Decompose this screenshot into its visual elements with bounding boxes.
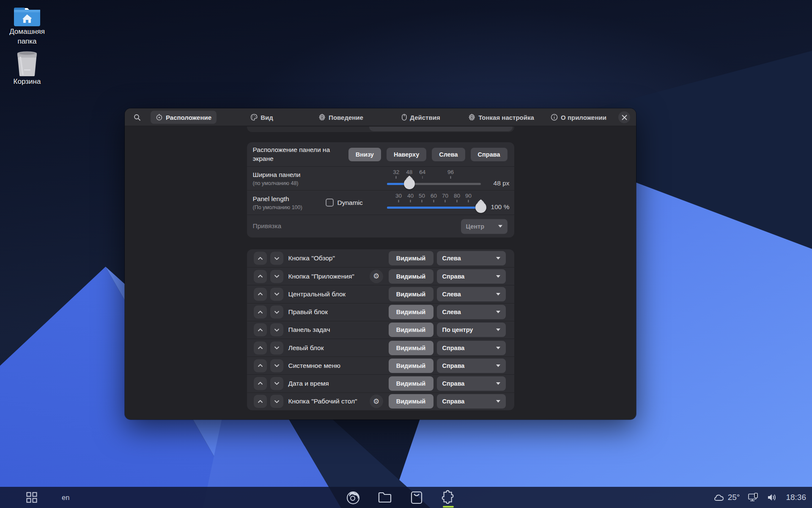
- move-down-button[interactable]: [270, 270, 283, 283]
- slider-tick: 40: [407, 193, 414, 202]
- visible-toggle-button[interactable]: Видимый: [389, 376, 433, 391]
- chevron-up-icon: [258, 328, 263, 331]
- extensions-launcher[interactable]: [437, 487, 460, 508]
- panel-elements-box: Кнопка "Обзор"ВидимыйСлеваКнопка "Прилож…: [247, 249, 514, 410]
- anchor-dropdown[interactable]: Центр: [461, 219, 508, 234]
- move-up-button[interactable]: [254, 287, 267, 301]
- panel-length-label: Panel length (По умолчанию 100): [247, 195, 302, 210]
- desktop-icon-home[interactable]: Домашняя папка: [0, 6, 54, 47]
- element-position-value: Справа: [442, 362, 465, 369]
- element-settings-button[interactable]: ⚙: [370, 395, 383, 408]
- element-position-dropdown[interactable]: Слева: [437, 251, 506, 265]
- element-position-dropdown[interactable]: Справа: [437, 394, 506, 409]
- screen-position-option-button[interactable]: Справа: [471, 148, 508, 161]
- element-position-dropdown[interactable]: Справа: [437, 269, 506, 284]
- panel-element-label: Кнопка "Рабочий стол": [288, 398, 357, 405]
- tab-label: Поведение: [329, 113, 363, 121]
- tab-label: Расположение: [166, 113, 211, 121]
- panel-width-value: 48 px: [494, 179, 510, 187]
- chevron-down-icon: [498, 225, 502, 228]
- element-position-dropdown[interactable]: Справа: [437, 376, 506, 391]
- element-position-dropdown[interactable]: Справа: [437, 341, 506, 355]
- gear-icon: ⚙: [373, 398, 379, 405]
- tab-4[interactable]: Действия: [396, 110, 445, 124]
- volume-indicator[interactable]: [767, 493, 778, 502]
- dynamic-checkbox[interactable]: [326, 199, 334, 207]
- tab-6[interactable]: О приложении: [546, 110, 612, 124]
- slider-track[interactable]: [387, 183, 481, 185]
- move-down-button[interactable]: [270, 377, 283, 390]
- screen-position-option-button[interactable]: Слева: [432, 148, 465, 161]
- move-down-button[interactable]: [270, 359, 283, 372]
- files-launcher[interactable]: [373, 487, 396, 508]
- tab-1[interactable]: Расположение: [151, 110, 217, 124]
- row-anchor: Привязка Центр: [247, 215, 514, 237]
- element-position-value: Справа: [442, 273, 465, 280]
- screen-position-option-button[interactable]: Внизу: [348, 148, 381, 161]
- slider-track[interactable]: [387, 207, 481, 209]
- move-up-button[interactable]: [254, 252, 267, 265]
- software-launcher[interactable]: [405, 487, 428, 508]
- panel-element-row: Кнопка "Приложения"⚙ВидимыйСправа: [247, 267, 514, 285]
- desktop-icon-label: Домашняя папка: [0, 27, 54, 47]
- keyboard-layout-indicator[interactable]: en: [62, 494, 69, 502]
- tab-2[interactable]: Вид: [245, 110, 278, 124]
- slider-handle[interactable]: [404, 178, 415, 189]
- weather-widget[interactable]: 25°: [713, 493, 740, 502]
- weather-temperature: 25°: [728, 493, 740, 502]
- panel-left-box: en: [0, 487, 69, 508]
- move-down-button[interactable]: [270, 341, 283, 354]
- row-panel-width: Ширина панели (по умолчанию 48) 32486496: [247, 166, 514, 190]
- visible-toggle-button[interactable]: Видимый: [389, 394, 433, 409]
- firefox-launcher[interactable]: [342, 487, 365, 508]
- desktop-icon-trash[interactable]: Корзина: [0, 51, 54, 87]
- element-settings-button[interactable]: ⚙: [370, 270, 383, 283]
- move-down-button[interactable]: [270, 395, 283, 408]
- panel-element-label: Правый блок: [288, 308, 328, 316]
- move-up-button[interactable]: [254, 377, 267, 390]
- screen-position-option-button[interactable]: Наверху: [387, 148, 426, 161]
- mouse-icon: [401, 113, 407, 121]
- dash-to-panel-settings-dialog: Расположение Вид Поведение Действия Тонк…: [125, 108, 636, 420]
- tab-3[interactable]: Поведение: [313, 110, 368, 124]
- move-down-button[interactable]: [270, 323, 283, 337]
- scrolled-button-remnant[interactable]: [369, 127, 513, 131]
- visible-toggle-button[interactable]: Видимый: [389, 269, 433, 284]
- tab-label: О приложении: [561, 113, 606, 121]
- move-up-button[interactable]: [254, 395, 267, 408]
- panel-status-box: 25° 18:36: [713, 487, 806, 508]
- slider-ticks: 30405060708090: [387, 193, 481, 202]
- show-applications-button[interactable]: [19, 487, 44, 508]
- visible-toggle-button[interactable]: Видимый: [389, 251, 433, 265]
- element-position-dropdown[interactable]: Справа: [437, 359, 506, 373]
- element-position-dropdown[interactable]: Слева: [437, 305, 506, 319]
- move-up-button[interactable]: [254, 341, 267, 354]
- move-up-button[interactable]: [254, 306, 267, 319]
- chevron-down-icon: [274, 346, 280, 350]
- position-settings-box: Расположение панели на экране ВнизуНавер…: [247, 142, 514, 237]
- trash-icon: [16, 51, 38, 77]
- clock[interactable]: 18:36: [786, 493, 806, 502]
- connected-devices-indicator[interactable]: [748, 492, 759, 502]
- visible-toggle-button[interactable]: Видимый: [389, 287, 433, 301]
- slider-handle[interactable]: [475, 202, 486, 213]
- visible-toggle-button[interactable]: Видимый: [389, 323, 433, 337]
- move-up-button[interactable]: [254, 323, 267, 337]
- move-up-button[interactable]: [254, 270, 267, 283]
- visible-toggle-button[interactable]: Видимый: [389, 305, 433, 319]
- move-down-button[interactable]: [270, 306, 283, 319]
- dynamic-checkbox-label: Dynamic: [337, 199, 363, 207]
- visible-toggle-button[interactable]: Видимый: [389, 359, 433, 373]
- element-position-dropdown[interactable]: По центру: [437, 323, 506, 337]
- info-icon: [551, 113, 558, 121]
- tab-label: Тонкая настройка: [478, 113, 534, 121]
- visible-toggle-button[interactable]: Видимый: [389, 341, 433, 355]
- move-up-button[interactable]: [254, 359, 267, 372]
- element-position-dropdown[interactable]: Слева: [437, 287, 506, 301]
- chevron-down-icon: [274, 364, 280, 367]
- search-icon[interactable]: [132, 112, 143, 123]
- close-button[interactable]: [618, 111, 630, 123]
- move-down-button[interactable]: [270, 252, 283, 265]
- tab-5[interactable]: Тонкая настройка: [463, 110, 539, 124]
- move-down-button[interactable]: [270, 287, 283, 301]
